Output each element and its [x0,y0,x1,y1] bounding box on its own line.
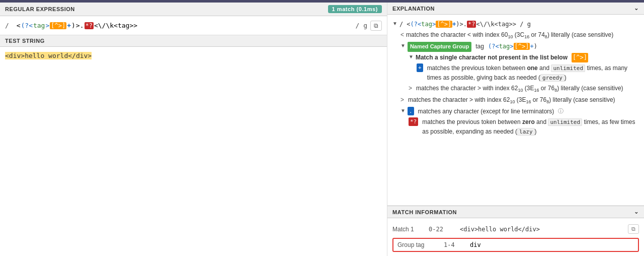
regex-group-end: ) [71,22,75,29]
test-string-area[interactable]: <div>hello world</div> [0,47,387,256]
exp-char-class-token: [^>] [572,53,588,62]
regex-char-class-open: [^>] [50,22,66,29]
exp-gt-text-2: matches the character > with index 6210 … [408,95,615,106]
group-tag-row: Group tag 1-4 div [392,238,639,252]
exp-lt-literal: < matches the character < with index 601… [392,30,639,41]
tri-icon-dot: ▼ [400,107,406,115]
regex-backreference: <\/\k<tag>> [94,22,137,29]
group-value: div [470,241,481,248]
exp-group-token: (?<tag>[^>]+) [488,42,537,51]
regex-flag: / g [356,22,367,29]
test-lt: < [5,52,9,59]
exp-dot-text: matches any character (except for line t… [418,107,554,116]
copy-match-button[interactable]: ⧉ [628,224,639,234]
test-string-header: TEST STRING [0,35,387,47]
match-1-label: Match 1 [392,226,423,233]
exp-full-regex: ▼ / <(?<tag>[^>]+)>.*?<\/\k<tag>> / g [392,20,639,29]
match-info-label: MATCH INFORMATION [392,209,457,215]
regex-group-name: tag [33,22,45,29]
exp-dot: ▼ . matches any character (except for li… [392,107,639,116]
tri-icon-root: ▼ [392,20,397,28]
arrow-gt1: > [409,84,412,93]
match-1-row: Match 1 0-22 <div>hello world</div> ⧉ [392,222,639,236]
test-gt: > [21,52,25,59]
tri-icon-named-group: ▼ [400,42,406,50]
copy-regex-button[interactable]: ⧉ [370,21,382,31]
regex-open-slash: / [5,22,9,29]
regex-named-group-open: (?< [21,22,32,29]
dot-info-icon[interactable]: ⓘ [558,107,564,116]
exp-lazy: *? matches the previous token between ze… [392,117,639,137]
match-1-value: <div>hello world</div> [460,226,540,233]
named-group-label: Named Capture Group [408,42,471,52]
tri-icon-char-class: ▼ [409,53,414,61]
explanation-collapse-icon: ⌄ [634,5,639,12]
regex-group-close-bracket: > [45,22,49,29]
exp-lazy-text: matches the previous token between zero … [422,117,639,137]
regex-dot-star: >. [76,22,84,29]
group-label: Group tag [397,241,438,248]
match-badge: 1 match (0.1ms) [328,5,382,13]
regex-header-label: REGULAR EXPRESSION [5,6,75,12]
test-div: div [9,52,21,59]
regex-star-lazy: *? [85,22,94,29]
test-content: hello world [25,52,68,59]
test-close: </div> [68,52,92,59]
exp-char-class-label: Match a single character not present in … [416,53,568,62]
regex-bar: / < (?<tag>[^>]+)>.*?<\/\k<tag>> / g ⧉ [0,16,387,35]
regex-section-header: REGULAR EXPRESSION 1 match (0.1ms) [0,3,387,16]
regex-lt-char: < [17,22,21,29]
regex-lt [12,22,16,29]
exp-lt-text: matches the character < with index 6010 … [406,30,613,41]
explanation-header[interactable]: EXPLANATION ⌄ [387,3,644,15]
exp-regex-text: / <(?<tag>[^>]+)>.*?<\/\k<tag>> / g [399,20,531,29]
exp-group-name: tag [475,42,484,51]
test-string-label: TEST STRING [5,38,45,44]
exp-plus-greedy: + matches the previous token between one… [392,63,639,83]
group-range: 1-4 [444,241,464,248]
arrow-gt2: > [400,95,404,105]
dot-token: . [408,107,414,116]
exp-plus-text: matches the previous token between one a… [427,63,639,83]
explanation-content: ▼ / <(?<tag>[^>]+)>.*?<\/\k<tag>> / g < … [387,15,644,206]
match-info-content: Match 1 0-22 <div>hello world</div> ⧉ Gr… [387,218,644,256]
star-lazy-token: *? [409,117,418,126]
exp-gt-text-1: matches the character > with index 6210 … [416,84,623,94]
regex-expression: < (?<tag>[^>]+)>.*?<\/\k<tag>> [12,22,353,29]
exp-gt-literal-1: > matches the character > with index 621… [392,84,639,94]
match-1-range: 0-22 [429,226,454,233]
plus-token: + [417,63,423,73]
match-info-header[interactable]: MATCH INFORMATION ⌄ [387,206,644,218]
exp-gt-literal-2: > matches the character > with index 621… [392,95,639,106]
arrow-lt: < [400,30,404,40]
match-info-collapse-icon: ⌄ [634,209,639,215]
exp-named-group: ▼ Named Capture Group tag (?<tag>[^>]+) [392,42,639,52]
exp-char-class-title: ▼ Match a single character not present i… [392,53,639,62]
regex-plus: + [67,22,71,29]
explanation-label: EXPLANATION [392,6,435,12]
